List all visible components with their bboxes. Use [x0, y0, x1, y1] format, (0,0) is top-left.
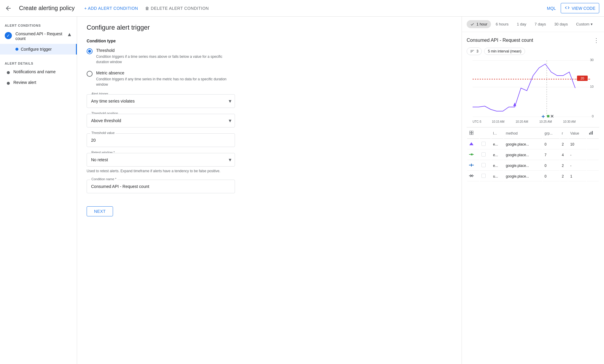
legend-row-2-grp: 7 [543, 150, 560, 160]
svg-rect-23 [472, 133, 473, 135]
threshold-position-field-group: Threshold position Above threshold Below… [87, 114, 452, 127]
col-grp: grp... [543, 128, 560, 139]
legend-row-1-method: google.place... [504, 139, 542, 149]
col-l: l... [491, 128, 503, 139]
chart-series-line [473, 64, 575, 111]
sidebar-item-consumed-api[interactable]: ✓ Consumed API - Request count ▲ [0, 28, 77, 44]
chart-title-row: Consumed API - Request count ⋮ [467, 37, 599, 44]
sidebar-item-review-alert-label: Review alert [13, 80, 36, 85]
legend-row-4: u... google.place... 0 2 1 [467, 171, 599, 181]
top-header: Create alerting policy + ADD ALERT CONDI… [0, 0, 604, 17]
check-icon: ✓ [5, 32, 12, 39]
content-area: Configure alert trigger Condition type T… [77, 17, 462, 364]
chart-controls: 3 5 min interval (mean) [467, 47, 599, 55]
sidebar-item-configure-trigger[interactable]: Configure trigger [0, 44, 77, 55]
svg-text:10:25 AM: 10:25 AM [539, 120, 552, 123]
legend-row-1-grp: 0 [543, 139, 560, 149]
view-code-icon [565, 5, 570, 11]
legend-row-2-e: e... [491, 150, 503, 160]
alert-trigger-field-group: Alert trigger Any time series violates A… [87, 94, 452, 108]
next-button[interactable]: NEXT [87, 206, 113, 216]
legend-row-4-method: google.place... [504, 171, 542, 181]
notifications-dot-icon [7, 71, 10, 74]
legend-row-3: e... google.place... 0 2 - [467, 161, 599, 171]
legend-row-1-checkbox [481, 142, 486, 146]
retest-window-select[interactable]: No retest 1 minute 5 minutes 10 minutes [87, 153, 235, 167]
legend-table: l... method grp... r Value [467, 127, 599, 182]
delete-alert-condition-button[interactable]: 🗑 DELETE ALERT CONDITION [145, 6, 209, 11]
legend-row-1: e... google.place... 0 2 10 [467, 139, 599, 149]
col-check [480, 128, 491, 139]
chart-more-button[interactable]: ⋮ [593, 37, 599, 44]
square-marker [547, 115, 549, 117]
svg-rect-25 [591, 132, 592, 135]
svg-text:10:30 AM: 10:30 AM [563, 120, 576, 123]
sidebar-item-review-alert[interactable]: Review alert [0, 77, 77, 88]
svg-text:10: 10 [590, 85, 594, 88]
legend-row-2-value: - [568, 150, 586, 160]
metric-absence-radio-text: Metric absence Condition triggers if any… [96, 71, 233, 87]
metric-absence-radio-label: Metric absence [96, 71, 233, 75]
legend-row-3-r: 2 [560, 161, 568, 171]
svg-text:10:15 AM: 10:15 AM [492, 120, 504, 123]
legend-row-2-r: 4 [560, 150, 568, 160]
svg-rect-20 [470, 131, 471, 132]
condition-name-field-group: Condition name * Consumed API - Request … [87, 180, 452, 193]
threshold-radio-text: Threshold Condition triggers if a time s… [96, 48, 233, 65]
filter-count: 3 [476, 49, 479, 53]
expand-icon: ▲ [67, 31, 72, 38]
svg-text:10:20 AM: 10:20 AM [516, 120, 528, 123]
configure-trigger-title: Configure alert trigger [87, 24, 452, 31]
view-code-button[interactable]: VIEW CODE [561, 3, 599, 13]
legend-row-1-value: 10 [568, 139, 586, 149]
sidebar-item-configure-trigger-label: Configure trigger [21, 47, 52, 52]
active-dot-icon [15, 48, 18, 51]
metric-absence-radio-option[interactable]: Metric absence Condition triggers if any… [87, 71, 452, 87]
review-dot-icon [7, 82, 10, 85]
add-alert-condition-button[interactable]: + ADD ALERT CONDITION [84, 6, 138, 11]
header-actions: + ADD ALERT CONDITION 🗑 DELETE ALERT CON… [84, 6, 209, 11]
legend-row-3-checkbox [481, 163, 486, 167]
time-btn-6hours[interactable]: 6 hours [492, 20, 512, 28]
threshold-value-label: Threshold value [90, 131, 116, 135]
time-btn-1hour[interactable]: 1 hour [467, 20, 491, 28]
chart-container: Consumed API - Request count ⋮ 3 5 min i… [462, 32, 604, 187]
form-section: Alert trigger Any time series violates A… [87, 94, 452, 216]
condition-name-input[interactable]: Consumed API - Request count [87, 180, 235, 193]
legend-row-2: e... google.place... 7 4 - [467, 150, 599, 160]
svg-rect-24 [589, 133, 590, 135]
threshold-position-select-wrapper: Above threshold Below threshold ▾ [87, 114, 235, 127]
time-btn-1day[interactable]: 1 day [513, 20, 530, 28]
svg-text:UTC-5: UTC-5 [473, 120, 481, 123]
threshold-value-input[interactable]: 20 [87, 133, 235, 147]
time-btn-7days[interactable]: 7 days [531, 20, 549, 28]
mql-button[interactable]: MQL [547, 6, 556, 11]
legend-row-4-grp: 0 [543, 171, 560, 181]
time-btn-30days[interactable]: 30 days [551, 20, 571, 28]
threshold-value-field-group: Threshold value 20 [87, 133, 452, 147]
legend-row-1-r: 2 [560, 139, 568, 149]
col-bars [587, 128, 599, 139]
alert-trigger-select[interactable]: Any time series violates All time series… [87, 94, 235, 108]
threshold-radio-circle [87, 48, 93, 54]
col-icon [467, 128, 479, 139]
back-button[interactable] [5, 5, 12, 12]
col-r: r [560, 128, 568, 139]
sidebar-item-notifications-label: Notifications and name [13, 69, 55, 74]
sidebar-item-notifications[interactable]: Notifications and name [0, 66, 77, 77]
interval-chip[interactable]: 5 min interval (mean) [484, 48, 525, 55]
condition-type-label: Condition type [87, 39, 452, 43]
threshold-radio-option[interactable]: Threshold Condition triggers if a time s… [87, 48, 452, 65]
metric-absence-radio-circle [87, 71, 93, 77]
threshold-position-select[interactable]: Above threshold Below threshold [87, 114, 235, 127]
condition-name-label: Condition name * [90, 177, 117, 181]
svg-text:0: 0 [592, 114, 594, 118]
metric-absence-radio-desc: Condition triggers if any time series in… [96, 76, 233, 87]
view-code-label: VIEW CODE [572, 6, 595, 11]
svg-rect-29 [471, 154, 473, 155]
legend-row-2-method: google.place... [504, 150, 542, 160]
filter-chip[interactable]: 3 [467, 47, 482, 55]
legend-row-4-e: u... [491, 171, 503, 181]
chart-svg: 30 10 0 20 [467, 55, 597, 126]
time-btn-custom[interactable]: Custom ▾ [573, 20, 596, 28]
